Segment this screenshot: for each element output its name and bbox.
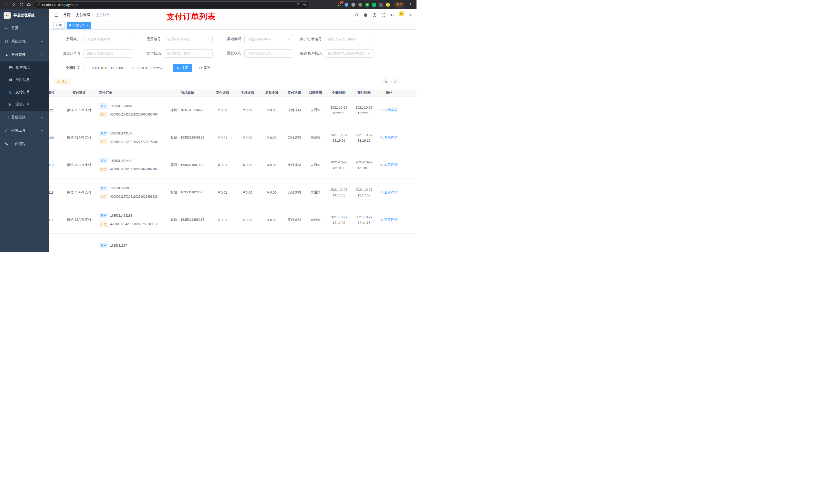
browser-menu-icon[interactable]: ⋮ [407, 2, 414, 7]
cell-refund: ¥ 0.00 [260, 179, 284, 206]
view-detail-link[interactable]: 查看详情 [380, 217, 398, 222]
sidebar-item-label: 研发工具 [11, 128, 26, 133]
extension-emoji-icon[interactable]: ツ [385, 2, 390, 7]
cell-order: 商户 1635312124657 支付 42000011742021102780… [96, 97, 165, 124]
sidebar-item-system[interactable]: 系统管理 [0, 35, 49, 48]
sidebar-item-merchant-info[interactable]: 商户信息 [0, 62, 49, 74]
search-icon[interactable] [354, 13, 359, 18]
browser-update-button[interactable]: 更新 [394, 2, 405, 8]
cell-callback: 未通知 [305, 97, 326, 124]
help-icon[interactable]: ? [372, 13, 377, 18]
refund-status-select[interactable]: 请选择退款状态 [244, 49, 293, 57]
cell-status: 支付成功 [284, 206, 305, 233]
tab-pay-order[interactable]: 支付订单 × [67, 22, 91, 29]
pay-badge: 支付 [99, 139, 108, 144]
view-detail-link[interactable]: 查看详情 [380, 190, 398, 195]
merchant-order-no: 1635311881440 [110, 159, 132, 163]
extension-circle-icon[interactable] [358, 2, 362, 7]
sidebar-item-devtools[interactable]: 研发工具 [0, 124, 49, 137]
extension-drop-icon[interactable] [344, 2, 349, 7]
close-icon[interactable]: × [87, 24, 88, 27]
gear-icon [5, 40, 9, 44]
cell-fee: ¥ 0.00 [235, 97, 260, 124]
cell-refund: ¥ 0.00 [260, 151, 284, 178]
sidebar-item-home[interactable]: 首页 [0, 22, 49, 35]
site-info-icon[interactable]: ⓘ [37, 2, 40, 7]
sidebar-item-workflow[interactable]: 工作流程 [0, 137, 49, 150]
back-icon[interactable] [3, 1, 9, 8]
export-button[interactable]: 导出 [54, 78, 71, 85]
reset-button[interactable]: 重置 [195, 64, 214, 72]
channel-code-select[interactable]: 请输入渠道编码 [244, 35, 293, 43]
channel-order-input[interactable] [84, 49, 132, 57]
github-icon[interactable] [363, 13, 368, 18]
search-icon [380, 191, 383, 194]
cell-created [326, 234, 352, 252]
search-button[interactable]: 搜索 [173, 64, 192, 72]
cell-created: 2021-10-27 13:19:09 [326, 124, 352, 151]
refresh-table-button[interactable] [391, 78, 399, 85]
bookmark-star-icon[interactable]: ☆ [303, 2, 307, 7]
cell-order: 商户 1635311517 [96, 234, 165, 252]
cell-paid: 2021-10-27 13:19:15 [352, 124, 377, 151]
app-select[interactable]: 请选择应用信息 [164, 35, 213, 43]
cell-refund [260, 234, 284, 252]
pay-badge: 支付 [99, 112, 108, 117]
sidebar-item-label: 基础设施 [11, 115, 26, 120]
monitor-icon [5, 115, 9, 119]
owner-input[interactable] [84, 35, 132, 43]
app-title: 芋道管理系统 [13, 13, 35, 18]
reload-icon[interactable] [18, 1, 25, 8]
breadcrumb: 首页 / 支付管理 / 支付订单 [63, 13, 110, 18]
address-bar[interactable]: ⓘ localhost:1024/pay/order ☆ [33, 1, 310, 8]
cell-channel [63, 234, 96, 252]
sidebar-item-pay-order[interactable]: 支付订单 [0, 86, 49, 98]
table-body: 121 微信 JSAPI 支付 商户 1635312124657 支付 4200… [49, 97, 416, 252]
extension-dots-icon[interactable]: 10 [337, 2, 342, 7]
merchant-order-input[interactable] [325, 35, 374, 43]
extension-globe-icon[interactable] [351, 2, 356, 7]
view-detail-link[interactable]: 查看详情 [380, 135, 398, 140]
sidebar-toggle-icon[interactable] [52, 13, 61, 18]
share-icon[interactable] [296, 3, 300, 6]
fullscreen-icon[interactable] [381, 13, 386, 18]
main-area: 首页 / 支付管理 / 支付订单 支付订单列表 ? TT [49, 9, 416, 252]
extension-chat-icon[interactable] [372, 2, 376, 7]
cell-action: 查看详情 [377, 97, 416, 124]
orders-table: 编号 支付渠道 支付订单 商品标题 支付金额 手续金额 退款金额 支付状态 回调… [49, 89, 416, 252]
home-icon[interactable] [26, 1, 32, 8]
table-row: 117 微信 JSAPI 支付 商户 1635311468233 支付 4200… [49, 206, 416, 234]
date-end: 2021-10-31 23:59:59 [132, 66, 163, 70]
font-size-icon[interactable]: TT [390, 13, 395, 18]
extension-v-icon[interactable]: V [365, 2, 370, 7]
callback-status-select[interactable]: 请选择订单回调商户状态 [325, 49, 374, 57]
tab-home[interactable]: 首页 [53, 22, 65, 29]
extension-puzzle-icon[interactable] [379, 2, 383, 7]
grid-icon [9, 78, 13, 82]
col-header-created: 创建时间 [326, 89, 352, 96]
url-text: localhost:1024/pay/order [42, 3, 78, 7]
pay-status-select[interactable]: 请选择支付状态 [164, 49, 213, 57]
date-range-picker[interactable]: 2021-10-01 00:00:00 - 2021-10-31 23:59:5… [84, 64, 170, 72]
pay-badge: 支付 [99, 167, 108, 172]
merchant-badge: 商户 [99, 186, 108, 191]
forward-icon[interactable] [10, 1, 17, 8]
toggle-search-button[interactable] [382, 78, 389, 85]
pay-badge: 支付 [99, 221, 108, 226]
cell-fee: ¥ 0.00 [235, 179, 260, 206]
tags-view: 首页 支付订单 × [49, 21, 416, 30]
sidebar-item-refund-order[interactable]: 退款订单 [0, 98, 49, 111]
user-menu[interactable] [399, 11, 413, 19]
view-detail-link[interactable]: 查看详情 [380, 108, 398, 113]
breadcrumb-home[interactable]: 首页 [63, 13, 70, 18]
cell-order: 商户 1635311468233 支付 42000011942021102767… [96, 206, 165, 233]
app-logo-row[interactable]: 芋道管理系统 [0, 9, 49, 22]
chevron-down-icon [367, 52, 371, 55]
sidebar-item-app-info[interactable]: 应用信息 [0, 74, 49, 86]
toolbox-icon [5, 128, 9, 133]
view-detail-link[interactable]: 查看详情 [380, 163, 398, 167]
sidebar-item-payment[interactable]: ¥ 支付管理 [0, 48, 49, 62]
breadcrumb-payment[interactable]: 支付管理 [76, 13, 90, 18]
cell-status: 支付成功 [284, 124, 305, 151]
sidebar-item-infra[interactable]: 基础设施 [0, 111, 49, 124]
